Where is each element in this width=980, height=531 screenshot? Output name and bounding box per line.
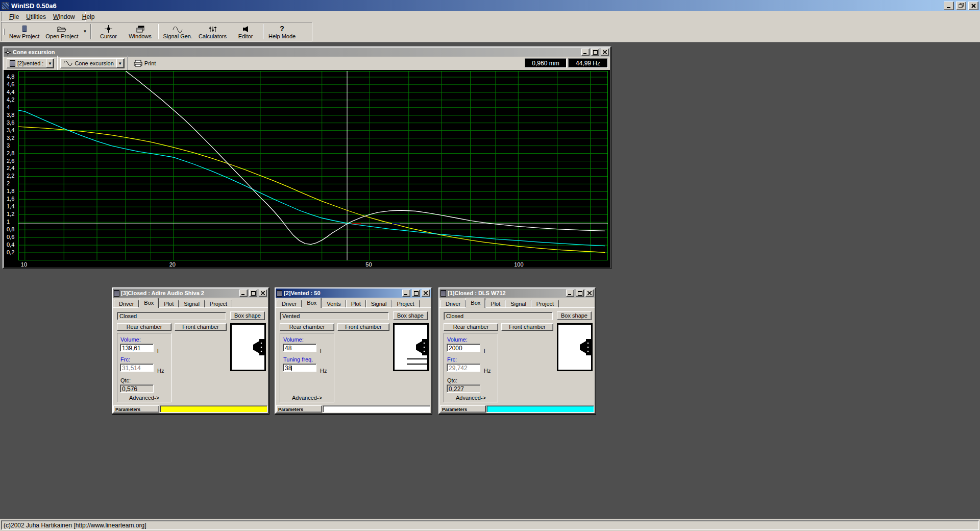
parameters-tab[interactable]: Parameters: [113, 405, 159, 413]
tab-driver[interactable]: Driver: [440, 300, 465, 308]
tuning-freq-label: Tuning freq.: [283, 356, 313, 363]
tab-strip: Driver Box Plot Signal Project: [439, 298, 595, 308]
rear-chamber-button[interactable]: Rear chamber: [280, 323, 334, 331]
close-button[interactable]: [585, 289, 594, 297]
box-shape-button[interactable]: Box shape: [557, 311, 592, 320]
volume-input[interactable]: 48: [283, 344, 316, 352]
minimize-button[interactable]: [239, 289, 248, 297]
toolbar-grip[interactable]: [3, 29, 5, 35]
close-button[interactable]: [259, 289, 267, 297]
plot-type-selector[interactable]: Cone excursion ▼: [60, 58, 124, 68]
rear-chamber-button[interactable]: Rear chamber: [444, 323, 498, 331]
windows-button[interactable]: Windows: [125, 23, 156, 40]
tab-driver[interactable]: Driver: [114, 300, 139, 308]
project-selector[interactable]: [2]vented : ▼: [7, 58, 54, 68]
tab-signal[interactable]: Signal: [366, 300, 392, 308]
close-button[interactable]: [968, 2, 978, 10]
advanced-button[interactable]: Advanced->: [280, 395, 334, 401]
open-project-button[interactable]: Open Project: [42, 23, 81, 40]
parameters-tab[interactable]: Parameters: [276, 405, 322, 413]
minimize-button[interactable]: [581, 49, 590, 56]
volume-input[interactable]: 2000: [447, 344, 480, 352]
box-type-field[interactable]: Closed: [444, 312, 553, 320]
menu-window[interactable]: Window: [50, 12, 79, 21]
tuning-freq-input[interactable]: 38: [283, 364, 316, 372]
menu-help[interactable]: Help: [79, 12, 99, 21]
curve-color-bar: [486, 405, 594, 413]
chamber-parameters-group: Volume: 48 l Tuning freq. 38 Hz Advanced…: [280, 333, 334, 402]
project-titlebar[interactable]: [3]Closed : Adire Audio Shiva 2: [113, 288, 268, 298]
cursor-button[interactable]: Cursor: [93, 23, 125, 40]
minimize-button[interactable]: [566, 289, 574, 297]
qtc-input[interactable]: 0,227: [447, 384, 480, 393]
plot-canvas[interactable]: [18, 71, 608, 260]
open-project-dropdown[interactable]: ▼: [82, 23, 89, 40]
help-mode-button[interactable]: ? Help Mode: [265, 23, 299, 40]
tab-box[interactable]: Box: [139, 298, 159, 308]
close-icon: [971, 4, 976, 8]
tab-box[interactable]: Box: [465, 298, 485, 308]
menu-utilities[interactable]: Utilities: [22, 12, 50, 21]
plot-type-dropdown[interactable]: ▼: [116, 59, 124, 68]
signal-generator-button[interactable]: Signal Gen.: [160, 23, 195, 40]
tab-box[interactable]: Box: [302, 298, 322, 308]
maximize-button[interactable]: [412, 289, 420, 297]
minimize-button[interactable]: [944, 2, 954, 10]
new-project-button[interactable]: New Project: [6, 23, 42, 40]
printer-icon: [134, 60, 142, 67]
menu-grip[interactable]: [3, 13, 4, 20]
mdi-workspace: Cone excursion [2]vented : ▼ Cone excurs…: [0, 42, 980, 519]
box-type-field[interactable]: Vented: [280, 312, 389, 320]
front-chamber-button[interactable]: Front chamber: [337, 323, 389, 331]
cursor-crosshair-icon: [5, 49, 11, 56]
rear-chamber-button[interactable]: Rear chamber: [117, 323, 172, 331]
restore-button[interactable]: [956, 2, 966, 10]
advanced-button[interactable]: Advanced->: [117, 395, 171, 401]
volume-input[interactable]: 139,61: [120, 344, 154, 352]
project-titlebar[interactable]: [2]Vented : 50: [276, 288, 431, 298]
tab-plot[interactable]: Plot: [346, 300, 366, 308]
maximize-button[interactable]: [576, 289, 584, 297]
minimize-button[interactable]: [402, 289, 410, 297]
tab-signal[interactable]: Signal: [179, 300, 205, 308]
cone-excursion-titlebar[interactable]: Cone excursion: [4, 47, 610, 57]
plot-type-value: Cone excursion: [75, 60, 113, 66]
menu-file[interactable]: File: [6, 12, 22, 21]
qtc-input[interactable]: 0,576: [120, 384, 154, 393]
close-button[interactable]: [422, 289, 430, 297]
front-chamber-button[interactable]: Front chamber: [501, 323, 553, 331]
advanced-button[interactable]: Advanced->: [444, 395, 498, 401]
tab-vents[interactable]: Vents: [322, 300, 346, 308]
project-titlebar[interactable]: [1]Closed : DLS W712: [439, 288, 595, 298]
curve-color-bar: [160, 405, 267, 413]
frc-input[interactable]: 29,742: [447, 364, 480, 372]
tab-driver[interactable]: Driver: [277, 300, 302, 308]
maximize-button[interactable]: [249, 289, 257, 297]
graph-window-title: Cone excursion: [13, 49, 580, 55]
project-icon: [440, 290, 446, 297]
box-shape-button[interactable]: Box shape: [230, 311, 265, 320]
volume-unit: l: [157, 348, 158, 354]
project-selector-dropdown[interactable]: ▼: [46, 59, 54, 68]
calculators-button[interactable]: Calculators: [195, 23, 230, 40]
front-chamber-button[interactable]: Front chamber: [175, 323, 227, 331]
tab-project[interactable]: Project: [531, 300, 559, 308]
parameters-tab[interactable]: Parameters: [440, 405, 486, 413]
tab-plot[interactable]: Plot: [159, 300, 179, 308]
app-status-bar: (c)2002 Juha Hartikainen [http://www.lin…: [0, 519, 980, 531]
chamber-parameters-group: Volume: 2000 l Frc: 29,742 Hz Qtc: 0,227…: [444, 333, 498, 402]
maximize-button[interactable]: [591, 49, 599, 56]
box-shape-button[interactable]: Box shape: [393, 311, 428, 320]
tab-plot[interactable]: Plot: [485, 300, 505, 308]
toolbar-separator: [57, 56, 58, 71]
frc-input[interactable]: 31,514: [120, 364, 154, 372]
tab-signal[interactable]: Signal: [505, 300, 531, 308]
tab-project[interactable]: Project: [391, 300, 419, 308]
close-button[interactable]: [601, 49, 609, 56]
tab-project[interactable]: Project: [205, 300, 232, 308]
toolbar-separator: [263, 24, 264, 39]
editor-button[interactable]: Editor: [230, 23, 261, 40]
print-button[interactable]: Print: [131, 58, 159, 68]
box-type-field[interactable]: Closed: [117, 312, 226, 320]
cone-excursion-plot[interactable]: 0,20,40,60,811,21,41,61,822,22,42,62,833…: [4, 70, 610, 268]
